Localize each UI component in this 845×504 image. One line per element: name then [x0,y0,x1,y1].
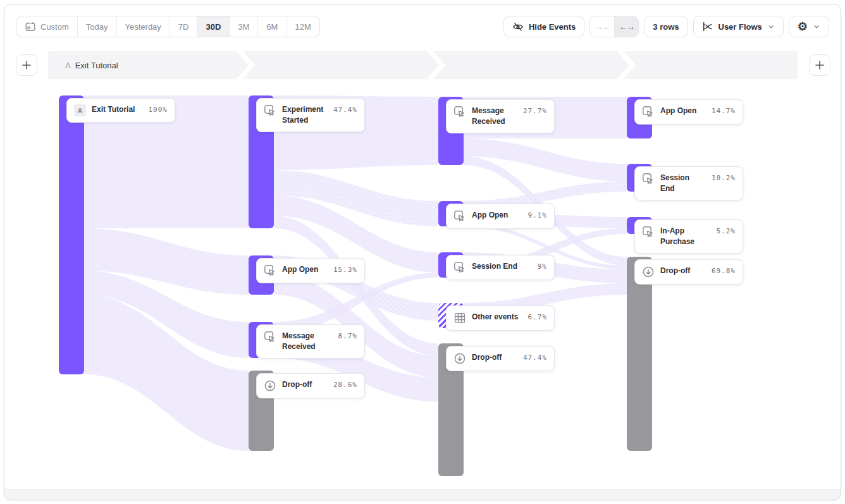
node-value: 9.1% [528,211,548,219]
flow-node-bar[interactable] [59,95,84,374]
node-value: 8.7% [338,332,358,340]
node-label: Message Received [282,331,333,352]
flow-node-card[interactable]: Session End10.2% [634,166,743,200]
flow-node-card[interactable]: Message Received27.7% [446,99,555,133]
flow-node-card[interactable]: Drop-off28.6% [256,373,365,398]
flow-node-bar[interactable] [627,257,652,451]
event-icon [453,106,466,118]
flow-node-card[interactable]: Drop-off69.8% [634,259,743,285]
flow-node-card[interactable]: Experiment Started47.4% [256,98,365,132]
flow-node-card[interactable]: App Open15.3% [256,258,365,283]
node-value: 15.3% [333,266,357,274]
flow-node-card[interactable]: Drop-off47.4% [446,346,555,371]
node-value: 6.7% [528,313,548,321]
node-label: Exit Tutorial [92,104,143,115]
node-label: In-App Purchase [660,226,711,247]
node-value: 27.7% [523,107,547,115]
node-label: Session End [660,173,706,194]
flow-node-card[interactable]: AExit Tutorial100% [66,98,175,123]
node-value: 28.6% [333,381,357,389]
node-value: 69.8% [712,267,736,275]
event-icon [453,210,466,223]
flow-node-card[interactable]: Other events6.7% [446,305,555,331]
event-icon [264,104,276,117]
other-events-grid-icon [453,312,466,324]
node-value: 47.4% [333,106,357,114]
node-label: Drop-off [472,352,517,363]
step-badge: A [74,104,86,116]
node-label: Experiment Started [282,104,328,126]
dropoff-icon [642,266,655,278]
node-label: Message Received [472,106,517,127]
event-icon [642,106,655,118]
node-label: Other events [472,312,522,323]
event-icon [453,261,466,274]
node-value: 5.2% [717,227,736,235]
flow-node-card[interactable]: Message Received8.7% [256,324,365,359]
node-value: 100% [149,106,168,114]
flow-node-card[interactable]: App Open14.7% [634,99,743,125]
footer-strip [4,489,841,500]
node-label: App Open [282,264,328,275]
flow-node-card[interactable]: App Open9.1% [446,204,555,229]
event-icon [642,173,655,185]
node-value: 9% [538,262,547,271]
node-label: App Open [660,106,706,116]
event-icon [264,331,276,343]
node-label: Drop-off [282,379,328,390]
event-icon [264,264,276,277]
flow-node-card[interactable]: Session End9% [446,255,555,280]
app-window: Custom Today Yesterday 7D 30D 3M 6M 12M … [4,4,841,500]
node-value: 47.4% [523,353,547,362]
flow-node-card[interactable]: In-App Purchase5.2% [634,219,743,254]
node-value: 14.7% [712,107,736,115]
dropoff-icon [264,379,276,392]
node-label: Drop-off [660,266,706,276]
dropoff-icon [453,352,466,365]
node-label: Session End [472,261,532,272]
user-flow-sankey: AExit Tutorial100%Experiment Started47.4… [4,4,841,491]
event-icon [642,226,655,238]
node-value: 10.2% [712,174,736,182]
node-label: App Open [472,210,522,221]
